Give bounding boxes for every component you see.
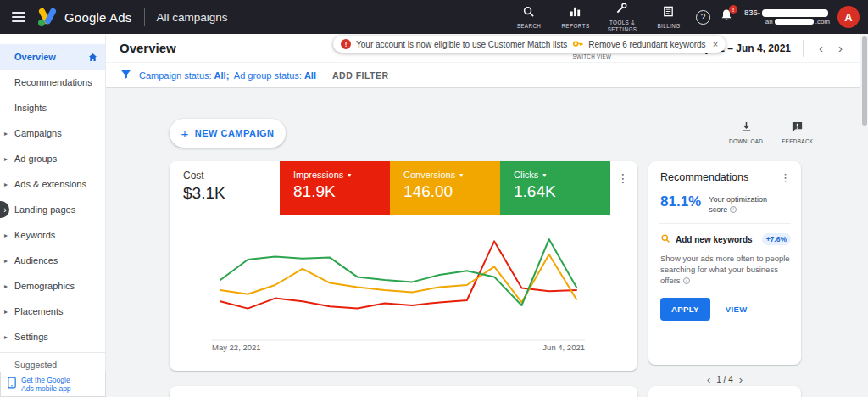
sidebar-item-landing-pages[interactable]: ▸Landing pages bbox=[0, 197, 105, 222]
google-ads-logo-icon[interactable] bbox=[37, 8, 58, 26]
tools-settings-button[interactable]: TOOLS & SETTINGS bbox=[603, 2, 642, 32]
feedback-button[interactable]: FEEDBACK bbox=[782, 120, 813, 144]
sidebar-item-label: Ad groups bbox=[14, 154, 57, 164]
partial-card bbox=[648, 386, 801, 397]
metric-clicks[interactable]: Clicks▾ 1.64K bbox=[500, 161, 610, 215]
filter-funnel-icon bbox=[120, 68, 131, 83]
switch-view-label: SWITCH VIEW bbox=[572, 53, 611, 59]
sidebar-item-ads-extensions[interactable]: ▸Ads & extensions bbox=[0, 171, 105, 197]
new-campaign-label: NEW CAMPAIGN bbox=[195, 128, 275, 138]
metric-conversions[interactable]: Conversions▾ 146.00 bbox=[390, 161, 500, 215]
new-campaign-button[interactable]: + NEW CAMPAIGN bbox=[170, 119, 286, 148]
chevron-right-icon: ▸ bbox=[4, 130, 8, 137]
sidebar-item-label: Audiences bbox=[14, 255, 58, 266]
chart-kebab-menu-icon[interactable]: ⋮ bbox=[617, 171, 629, 185]
partial-card bbox=[170, 386, 637, 397]
search-label: SEARCH bbox=[517, 23, 542, 30]
sidebar-item-recommendations[interactable]: Recommendations bbox=[0, 70, 105, 95]
redacted-email bbox=[775, 19, 814, 25]
billing-icon bbox=[662, 5, 675, 21]
brand-name: Google Ads bbox=[64, 10, 132, 25]
toast-redundant-keywords[interactable]: Remove 6 redundant keywords bbox=[588, 40, 705, 49]
metric-value: 81.9K bbox=[293, 182, 390, 201]
main-content: Overview SWITCH VIEW Last 14 days May 22… bbox=[106, 34, 868, 397]
sidebar-item-insights[interactable]: Insights bbox=[0, 95, 105, 120]
email-visible-start: an bbox=[765, 18, 773, 25]
filter-summary[interactable]: Campaign status:All; Ad group status:All bbox=[139, 70, 319, 81]
feedback-icon bbox=[791, 120, 804, 137]
notification-toasts: ! Your account is now eligible to use Cu… bbox=[333, 36, 726, 53]
toast-customer-match[interactable]: Your account is now eligible to use Cust… bbox=[356, 40, 567, 49]
billing-button[interactable]: BILLING bbox=[649, 5, 688, 30]
scrollbar-thumb[interactable] bbox=[862, 36, 867, 126]
optimization-score-label: Your optimization scorei bbox=[709, 193, 787, 215]
adgroup-status-label: Ad group status: bbox=[234, 70, 302, 81]
mobile-app-link[interactable]: Get the GoogleAds mobile app bbox=[0, 372, 106, 397]
sidebar-item-label: Overview bbox=[14, 52, 56, 62]
topbar-actions: SEARCH REPORTS TOOLS & SETTINGS BILLING bbox=[509, 2, 868, 32]
series-conversions bbox=[220, 254, 576, 302]
sidebar-item-ad-groups[interactable]: ▸Ad groups bbox=[0, 146, 105, 171]
recommendations-card: Recommendations ⋮ 81.1% Your optimizatio… bbox=[648, 161, 801, 365]
x-axis-start-label: May 22, 2021 bbox=[212, 343, 261, 352]
series-clicks bbox=[220, 239, 576, 305]
sidebar-item-label: Settings bbox=[14, 332, 48, 342]
pagination-prev-chevron-icon[interactable]: ‹ bbox=[707, 373, 710, 386]
sidebar-item-label: Recommendations bbox=[14, 77, 92, 87]
help-icon[interactable]: ? bbox=[696, 10, 710, 25]
filter-bar: Campaign status:All; Ad group status:All… bbox=[106, 62, 868, 88]
sidebar-item-label: Landing pages bbox=[14, 204, 75, 215]
metric-cost[interactable]: Cost $3.1K bbox=[170, 161, 280, 215]
uplift-badge: +7.6% bbox=[762, 233, 791, 245]
sidebar-item-label: Insights bbox=[14, 103, 47, 113]
view-button[interactable]: VIEW bbox=[726, 305, 748, 314]
chevron-right-icon: ▸ bbox=[4, 308, 8, 316]
pagination-next-chevron-icon[interactable]: › bbox=[739, 373, 743, 386]
metric-impressions[interactable]: Impressions▾ 81.9K bbox=[280, 161, 390, 215]
scrollbar[interactable] bbox=[860, 34, 868, 397]
sidebar-item-audiences[interactable]: ▸Audiences bbox=[0, 248, 105, 273]
topbar: Google Ads All campaigns SEARCH REPORTS bbox=[0, 0, 868, 34]
tools-settings-label: TOOLS & SETTINGS bbox=[603, 20, 642, 32]
redacted-account-id bbox=[762, 9, 828, 17]
sidebar-item-campaigns[interactable]: ▸Campaigns bbox=[0, 120, 105, 146]
sidebar-item-settings[interactable]: ▸Settings bbox=[0, 324, 105, 349]
notifications-bell-icon[interactable]: ! bbox=[720, 8, 733, 25]
reports-icon bbox=[569, 5, 581, 21]
date-next-chevron-icon[interactable]: › bbox=[835, 41, 846, 55]
metric-name: Conversions bbox=[403, 170, 455, 180]
campaign-status-label: Campaign status: bbox=[139, 70, 212, 81]
alert-icon: ! bbox=[341, 39, 351, 49]
sidebar-item-overview[interactable]: Overview bbox=[0, 44, 105, 70]
mobile-app-line1: Get the Google bbox=[21, 376, 70, 384]
account-info[interactable]: 836- an.com bbox=[744, 8, 830, 26]
chevron-right-icon: ▸ bbox=[4, 155, 8, 163]
plus-icon: + bbox=[181, 126, 188, 141]
optimization-score: 81.1% bbox=[660, 193, 701, 210]
topbar-divider bbox=[144, 8, 145, 26]
chevron-right-icon: ▸ bbox=[4, 232, 8, 239]
recommendations-kebab-menu-icon[interactable]: ⋮ bbox=[780, 171, 791, 184]
page-title: Overview bbox=[120, 41, 176, 55]
recommendation-item-title[interactable]: Add new keywords bbox=[676, 235, 753, 244]
pagination-label: 1 / 4 bbox=[716, 375, 732, 384]
topbar-page-title: All campaigns bbox=[157, 11, 228, 24]
main-menu-icon[interactable] bbox=[12, 12, 25, 22]
sidebar-item-placements[interactable]: ▸Placements bbox=[0, 299, 105, 324]
avatar[interactable]: A bbox=[837, 6, 860, 28]
close-icon[interactable]: × bbox=[713, 39, 718, 49]
sidebar-divider bbox=[0, 352, 105, 353]
sidebar: Overview Recommendations Insights ▸Campa… bbox=[0, 34, 106, 397]
apply-button[interactable]: APPLY bbox=[660, 298, 710, 321]
sidebar-item-demographics[interactable]: ▸Demographics bbox=[0, 273, 105, 299]
chevron-right-icon: ▸ bbox=[4, 282, 8, 290]
metric-name: Cost bbox=[183, 170, 204, 182]
info-icon: i bbox=[683, 277, 690, 284]
date-prev-chevron-icon[interactable]: ‹ bbox=[815, 41, 826, 55]
download-button[interactable]: DOWNLOAD bbox=[729, 120, 763, 144]
add-filter-button[interactable]: ADD FILTER bbox=[332, 70, 389, 81]
sidebar-item-keywords[interactable]: ▸Keywords bbox=[0, 222, 105, 248]
metric-value: 1.64K bbox=[514, 182, 610, 201]
reports-button[interactable]: REPORTS bbox=[556, 5, 595, 30]
search-button[interactable]: SEARCH bbox=[509, 5, 548, 30]
